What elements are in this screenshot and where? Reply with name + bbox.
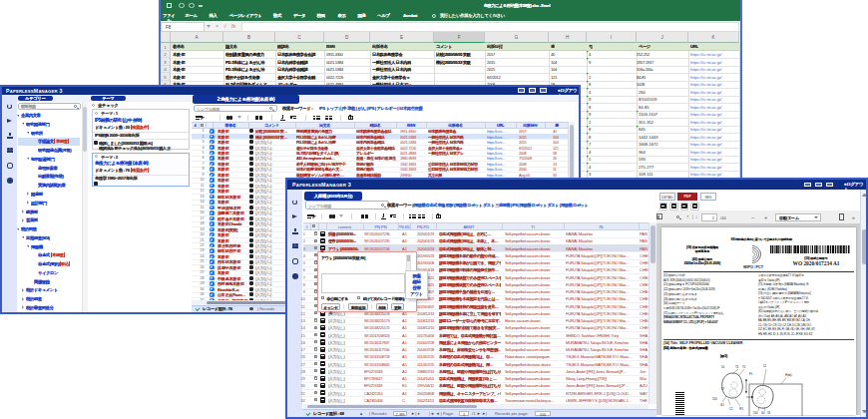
svg-text:IF1: IF1 [739,407,743,411]
svg-text:17: 17 [721,387,725,391]
svg-text:G1: G1 [761,411,765,415]
svg-text:150: 150 [712,397,717,401]
svg-text:Y1: Y1 [742,365,746,369]
svg-text:150: 150 [753,411,758,415]
svg-text:12: 12 [763,364,767,368]
svg-text:G1: G1 [720,403,724,407]
svg-text:18: 18 [767,411,771,415]
svg-text:Y2: Y2 [735,365,739,369]
svg-text:C1: C1 [729,407,733,411]
svg-text:F1: F1 [749,372,753,376]
svg-text:10: 10 [721,365,725,369]
svg-text:H(題): H(題) [785,373,792,377]
